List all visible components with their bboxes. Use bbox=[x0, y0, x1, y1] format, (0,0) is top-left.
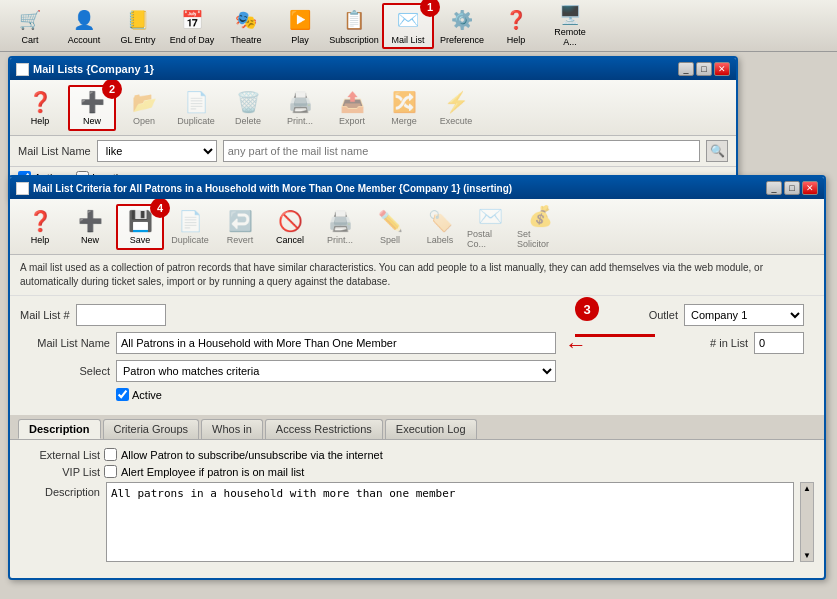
desc-scrollbar[interactable]: ▲ ▼ bbox=[800, 482, 814, 562]
external-list-check[interactable] bbox=[104, 448, 117, 461]
cr-duplicate-btn[interactable]: 📄 Duplicate bbox=[166, 204, 214, 250]
cr-solicitor-btn[interactable]: 💰 Set Solicitor bbox=[516, 204, 564, 250]
search-input[interactable] bbox=[223, 140, 700, 162]
mail-lists-minimize[interactable]: _ bbox=[678, 62, 694, 76]
ml-new-btn[interactable]: ➕ New 2 bbox=[68, 85, 116, 131]
cr-save-btn[interactable]: 💾 Save 4 bbox=[116, 204, 164, 250]
ml-help-icon: ❓ bbox=[27, 89, 53, 115]
description-field-label: Description bbox=[30, 486, 100, 498]
tab-access-restrictions[interactable]: Access Restrictions bbox=[265, 419, 383, 439]
mail-list-num-input[interactable] bbox=[76, 304, 166, 326]
criteria-title: Mail List Criteria for All Patrons in a … bbox=[33, 183, 512, 194]
maillist-icon: ✉️ bbox=[394, 7, 422, 34]
cr-labels-btn[interactable]: 🏷️ Labels bbox=[416, 204, 464, 250]
cr-duplicate-label: Duplicate bbox=[171, 235, 209, 245]
ml-help-btn[interactable]: ❓ Help bbox=[16, 85, 64, 131]
toolbar-cart[interactable]: 🛒 Cart bbox=[4, 3, 56, 49]
vip-list-check[interactable] bbox=[104, 465, 117, 478]
ml-execute-icon: ⚡ bbox=[443, 89, 469, 115]
cr-save-label: Save bbox=[130, 235, 151, 245]
ml-delete-btn[interactable]: 🗑️ Delete bbox=[224, 85, 272, 131]
ml-print-label: Print... bbox=[287, 116, 313, 126]
tab-description[interactable]: Description bbox=[18, 419, 101, 439]
toolbar-maillist[interactable]: ✉️ Mail List 1 bbox=[382, 3, 434, 49]
tab-content-description: External List Allow Patron to subscribe/… bbox=[10, 440, 824, 572]
badge-3: 3 bbox=[575, 297, 599, 321]
badge-2: 2 bbox=[102, 80, 122, 99]
outlet-select[interactable]: Company 1 bbox=[684, 304, 804, 326]
ml-merge-btn[interactable]: 🔀 Merge bbox=[380, 85, 428, 131]
toolbar-play-label: Play bbox=[291, 35, 309, 45]
search-button[interactable]: 🔍 bbox=[706, 140, 728, 162]
criteria-content: ❓ Help ➕ New 💾 Save 4 📄 Duplicate ↩️ Rev… bbox=[10, 199, 824, 572]
cr-cancel-btn[interactable]: 🚫 Cancel bbox=[266, 204, 314, 250]
endofday-icon: 📅 bbox=[178, 6, 206, 34]
tab-whos-in[interactable]: Whos in bbox=[201, 419, 263, 439]
cr-spell-btn[interactable]: ✏️ Spell bbox=[366, 204, 414, 250]
ml-duplicate-btn[interactable]: 📄 Duplicate bbox=[172, 85, 220, 131]
criteria-maximize[interactable]: □ bbox=[784, 181, 800, 195]
toolbar-endofday-label: End of Day bbox=[170, 35, 215, 45]
toolbar-remote[interactable]: 🖥️ Remote A... bbox=[544, 3, 596, 49]
cr-print-label: Print... bbox=[327, 235, 353, 245]
criteria-minimize[interactable]: _ bbox=[766, 181, 782, 195]
toolbar-play[interactable]: ▶️ Play bbox=[274, 3, 326, 49]
theatre-icon: 🎭 bbox=[232, 6, 260, 34]
cr-spell-icon: ✏️ bbox=[377, 208, 403, 234]
ml-execute-btn[interactable]: ⚡ Execute bbox=[432, 85, 480, 131]
toolbar-maillist-label: Mail List bbox=[391, 35, 424, 45]
toolbar-preference[interactable]: ⚙️ Preference bbox=[436, 3, 488, 49]
scroll-up-btn[interactable]: ▲ bbox=[802, 483, 812, 494]
search-condition-select[interactable]: like bbox=[97, 140, 217, 162]
mail-lists-checkbox-title[interactable] bbox=[16, 63, 29, 76]
tab-execution-log[interactable]: Execution Log bbox=[385, 419, 477, 439]
ml-export-btn[interactable]: 📤 Export bbox=[328, 85, 376, 131]
mail-list-name-input[interactable] bbox=[116, 332, 556, 354]
description-textarea[interactable] bbox=[106, 482, 794, 562]
cr-postal-label: Postal Co... bbox=[467, 229, 513, 249]
cr-new-btn[interactable]: ➕ New bbox=[66, 204, 114, 250]
badge-4: 4 bbox=[150, 199, 170, 218]
toolbar-help-label: Help bbox=[507, 35, 526, 45]
num-in-list-input[interactable] bbox=[754, 332, 804, 354]
ml-duplicate-icon: 📄 bbox=[183, 89, 209, 115]
badge-1: 1 bbox=[420, 0, 440, 17]
ml-new-icon: ➕ bbox=[79, 89, 105, 115]
mail-lists-maximize[interactable]: □ bbox=[696, 62, 712, 76]
criteria-controls: _ □ ✕ bbox=[766, 181, 818, 195]
toolbar-account[interactable]: 👤 Account bbox=[58, 3, 110, 49]
cr-print-btn[interactable]: 🖨️ Print... bbox=[316, 204, 364, 250]
cr-help-btn[interactable]: ❓ Help bbox=[16, 204, 64, 250]
toolbar-help[interactable]: ❓ Help bbox=[490, 3, 542, 49]
tab-criteria-groups[interactable]: Criteria Groups bbox=[103, 419, 200, 439]
scroll-down-btn[interactable]: ▼ bbox=[802, 550, 812, 561]
criteria-close[interactable]: ✕ bbox=[802, 181, 818, 195]
ml-open-icon: 📂 bbox=[131, 89, 157, 115]
select-dropdown[interactable]: Patron who matches criteria bbox=[116, 360, 556, 382]
mail-lists-content: ❓ Help ➕ New 2 📂 Open 📄 Duplicate 🗑️ Del… bbox=[10, 80, 736, 188]
toolbar-account-label: Account bbox=[68, 35, 101, 45]
cr-labels-label: Labels bbox=[427, 235, 454, 245]
criteria-description-text: A mail list used as a collection of patr… bbox=[10, 255, 824, 296]
toolbar-glentry[interactable]: 📒 GL Entry bbox=[112, 3, 164, 49]
criteria-toolbar: ❓ Help ➕ New 💾 Save 4 📄 Duplicate ↩️ Rev… bbox=[10, 199, 824, 255]
cr-revert-label: Revert bbox=[227, 235, 254, 245]
num-in-list-label: # in List bbox=[710, 337, 748, 349]
toolbar-theatre[interactable]: 🎭 Theatre bbox=[220, 3, 272, 49]
toolbar-theatre-label: Theatre bbox=[230, 35, 261, 45]
toolbar-endofday[interactable]: 📅 End of Day bbox=[166, 3, 218, 49]
ml-print-btn[interactable]: 🖨️ Print... bbox=[276, 85, 324, 131]
mail-lists-titlebar: Mail Lists {Company 1} _ □ ✕ bbox=[10, 58, 736, 80]
cr-postal-btn[interactable]: ✉️ Postal Co... bbox=[466, 204, 514, 250]
active-check-label[interactable]: Active bbox=[116, 388, 162, 401]
active-text: Active bbox=[132, 389, 162, 401]
ml-open-btn[interactable]: 📂 Open bbox=[120, 85, 168, 131]
toolbar-subscription[interactable]: 📋 Subscription bbox=[328, 3, 380, 49]
active-check[interactable] bbox=[116, 388, 129, 401]
ml-export-icon: 📤 bbox=[339, 89, 365, 115]
preference-icon: ⚙️ bbox=[448, 6, 476, 34]
account-icon: 👤 bbox=[70, 6, 98, 34]
criteria-checkbox-title[interactable] bbox=[16, 182, 29, 195]
mail-lists-close[interactable]: ✕ bbox=[714, 62, 730, 76]
cr-revert-btn[interactable]: ↩️ Revert bbox=[216, 204, 264, 250]
